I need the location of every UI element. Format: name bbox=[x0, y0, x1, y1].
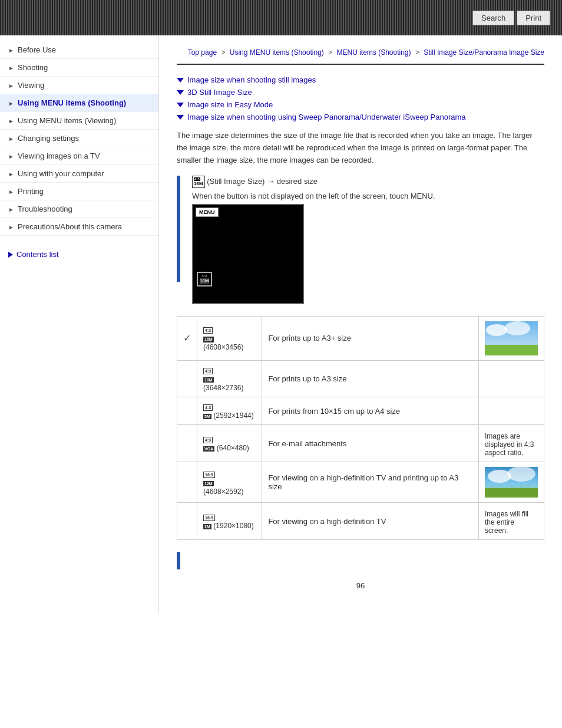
sidebar-item-viewing[interactable]: ► Viewing bbox=[0, 77, 158, 94]
size-resolution: (3648×2736) bbox=[203, 384, 243, 392]
camera-icon-box: 4:3 16M bbox=[197, 272, 212, 286]
breadcrumb-top-page[interactable]: Top page bbox=[188, 48, 217, 57]
sidebar-arrow-viewing-tv: ► bbox=[8, 153, 14, 159]
mp-badge: 10M bbox=[203, 377, 214, 383]
mp-badge: 2M bbox=[203, 524, 211, 529]
table-cell-check bbox=[177, 425, 197, 462]
checkmark-icon: ✓ bbox=[183, 333, 191, 343]
sidebar-item-changing-settings[interactable]: ► Changing settings bbox=[0, 130, 158, 147]
table-cell-desc: For prints up to A3+ size bbox=[262, 316, 479, 360]
sidebar-arrow-shooting: ► bbox=[8, 65, 14, 71]
ratio-badge: 4:3 bbox=[203, 404, 213, 411]
sidebar-item-shooting[interactable]: ► Shooting bbox=[0, 59, 158, 77]
ratio-badge: 16:9 bbox=[203, 472, 215, 478]
image-size-table: ✓ 4:3 16M (4608×3456) For prints up to A… bbox=[177, 316, 544, 540]
sidebar-label-using-menu-shooting: Using MENU items (Shooting) bbox=[18, 98, 126, 107]
step-arrow: (Still Image Size) → desired size bbox=[207, 177, 318, 186]
sidebar-item-using-computer[interactable]: ► Using with your computer bbox=[0, 165, 158, 183]
section-link-4[interactable]: Image size when shooting using Sweep Pan… bbox=[177, 113, 544, 121]
table-cell-image bbox=[479, 360, 544, 397]
section-link-label-4: Image size when shooting using Sweep Pan… bbox=[187, 113, 466, 121]
blue-bar-section: 4:316M (Still Image Size) → desired size… bbox=[177, 176, 544, 304]
sidebar-label-viewing-tv: Viewing images on a TV bbox=[18, 151, 100, 160]
sky-image-4-3 bbox=[485, 321, 538, 355]
table-cell-check bbox=[177, 360, 197, 397]
table-cell-size: 16:9 2M (1920×1080) bbox=[197, 503, 262, 540]
sidebar-item-using-menu-viewing[interactable]: ► Using MENU items (Viewing) bbox=[0, 112, 158, 130]
svg-point-2 bbox=[504, 321, 530, 335]
triangle-icon-3 bbox=[177, 103, 184, 107]
camera-screen-mockup: MENU 4:3 16M bbox=[192, 204, 304, 304]
svg-point-1 bbox=[486, 324, 507, 336]
print-button[interactable]: Print bbox=[517, 11, 550, 25]
table-cell-check bbox=[177, 462, 197, 503]
content-area: Top page > Using MENU items (Shooting) >… bbox=[159, 35, 562, 614]
contents-list-link[interactable]: Contents list bbox=[0, 244, 158, 265]
sidebar-arrow-viewing: ► bbox=[8, 83, 14, 88]
sidebar-item-troubleshooting[interactable]: ► Troubleshooting bbox=[0, 200, 158, 218]
triangle-icon-2 bbox=[177, 90, 184, 95]
breadcrumb-sep-1: > bbox=[221, 48, 227, 57]
table-cell-check bbox=[177, 503, 197, 540]
image-caption-16-9: Images will fill the entire screen. bbox=[485, 510, 538, 535]
svg-point-6 bbox=[507, 467, 535, 482]
table-cell-check bbox=[177, 397, 197, 424]
svg-rect-7 bbox=[485, 488, 538, 498]
sidebar-arrow-using-computer: ► bbox=[8, 171, 14, 177]
triangle-icon-4 bbox=[177, 115, 184, 120]
table-cell-image bbox=[479, 316, 544, 360]
size-resolution: (640×480) bbox=[217, 444, 249, 452]
contents-list-arrow-icon bbox=[8, 252, 13, 258]
table-cell-size: 4:3 16M (4608×3456) bbox=[197, 316, 262, 360]
breadcrumb-using-menu-shooting[interactable]: Using MENU items (Shooting) bbox=[230, 48, 324, 57]
sidebar-arrow-using-menu-viewing: ► bbox=[8, 118, 14, 124]
table-cell-desc: For prints up to A3 size bbox=[262, 360, 479, 397]
sidebar-label-before-use: Before Use bbox=[18, 45, 56, 54]
sky-image-16-9 bbox=[485, 467, 538, 498]
table-row: 16:9 2M (1920×1080) For viewing on a hig… bbox=[177, 503, 544, 540]
triangle-icon-1 bbox=[177, 78, 184, 83]
camera-ratio-label: 4:3 bbox=[200, 274, 209, 278]
table-cell-image bbox=[479, 462, 544, 503]
size-resolution: (4608×2592) bbox=[203, 487, 243, 496]
sidebar-item-precautions[interactable]: ► Precautions/About this camera bbox=[0, 218, 158, 236]
table-row: 16:9 12M (4608×2592) For viewing on a hi… bbox=[177, 462, 544, 503]
table-row: 4:3 5M (2592×1944) For prints from 10×15… bbox=[177, 397, 544, 424]
mp-badge: 5M bbox=[203, 414, 211, 419]
sidebar-label-viewing: Viewing bbox=[18, 81, 44, 90]
breadcrumb-still-image-size[interactable]: Still Image Size/Panorama Image Size bbox=[424, 48, 544, 57]
table-cell-desc: For viewing on a high-definition TV and … bbox=[262, 462, 479, 503]
sidebar-item-printing[interactable]: ► Printing bbox=[0, 183, 158, 200]
sidebar-label-changing-settings: Changing settings bbox=[18, 134, 79, 143]
search-button[interactable]: Search bbox=[472, 11, 514, 25]
section-link-3[interactable]: Image size in Easy Mode bbox=[177, 100, 544, 109]
sidebar-item-before-use[interactable]: ► Before Use bbox=[0, 41, 158, 59]
header-bar: Search Print bbox=[0, 0, 562, 35]
main-layout: ► Before Use ► Shooting ► Viewing ► Usin… bbox=[0, 35, 562, 614]
breadcrumb: Top page > Using MENU items (Shooting) >… bbox=[177, 47, 544, 58]
sidebar-item-viewing-tv[interactable]: ► Viewing images on a TV bbox=[0, 147, 158, 165]
breadcrumb-menu-items-shooting[interactable]: MENU items (Shooting) bbox=[337, 48, 411, 57]
section-link-2[interactable]: 3D Still Image Size bbox=[177, 88, 544, 97]
sidebar-arrow-troubleshooting: ► bbox=[8, 206, 14, 212]
image-caption-4-3: Images are displayed in 4:3 aspect ratio… bbox=[485, 432, 538, 457]
description-text: The image size determines the size of th… bbox=[177, 130, 544, 166]
breadcrumb-sep-3: > bbox=[415, 48, 421, 57]
ratio-badge: 16:9 bbox=[203, 515, 215, 521]
camera-section-content: 4:316M (Still Image Size) → desired size… bbox=[192, 176, 435, 304]
sidebar-label-using-computer: Using with your computer bbox=[18, 169, 104, 178]
sidebar-item-using-menu-shooting[interactable]: ► Using MENU items (Shooting) bbox=[0, 94, 158, 112]
contents-list-label: Contents list bbox=[16, 250, 59, 259]
content-divider bbox=[177, 64, 544, 65]
table-cell-image: Images will fill the entire screen. bbox=[479, 503, 544, 540]
ratio-badge: 4:3 bbox=[203, 368, 213, 374]
sidebar-label-troubleshooting: Troubleshooting bbox=[18, 205, 72, 213]
table-cell-size: 4:3 VGA (640×480) bbox=[197, 425, 262, 462]
svg-rect-3 bbox=[485, 345, 538, 355]
header-buttons: Search Print bbox=[472, 11, 550, 25]
section-link-1[interactable]: Image size when shooting still images bbox=[177, 75, 544, 84]
mp-badge: 16M bbox=[203, 337, 214, 342]
ratio-icon-step: 4:316M bbox=[192, 176, 205, 187]
sidebar-label-shooting: Shooting bbox=[18, 63, 48, 72]
mp-badge: VGA bbox=[203, 446, 214, 452]
